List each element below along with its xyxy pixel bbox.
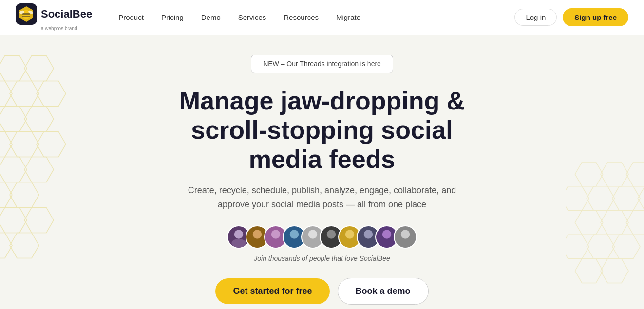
svg-marker-31 [638, 186, 644, 211]
svg-marker-19 [0, 182, 12, 207]
svg-point-53 [342, 239, 357, 248]
svg-marker-39 [601, 259, 628, 283]
svg-marker-18 [24, 157, 54, 182]
svg-point-45 [268, 239, 283, 248]
join-text: Join thousands of people that love Socia… [254, 254, 390, 262]
logo-tagline: a webpros brand [41, 26, 77, 31]
svg-point-50 [327, 230, 336, 238]
svg-marker-10 [10, 81, 39, 106]
svg-point-56 [382, 230, 391, 238]
svg-marker-20 [10, 182, 39, 207]
svg-point-59 [398, 239, 412, 248]
svg-rect-4 [22, 16, 30, 17]
logo-text: SocialBee [41, 9, 92, 19]
svg-point-46 [290, 230, 299, 238]
svg-point-42 [253, 230, 262, 238]
nav-link-product[interactable]: Product [112, 9, 151, 25]
svg-marker-37 [612, 235, 640, 259]
book-demo-button[interactable]: Book a demo [338, 278, 429, 305]
nav-link-migrate[interactable]: Migrate [329, 9, 367, 25]
svg-marker-23 [0, 233, 12, 258]
nav-link-services[interactable]: Services [231, 9, 273, 25]
svg-marker-25 [575, 162, 603, 186]
svg-marker-16 [37, 131, 66, 157]
signup-button[interactable]: Sign up free [563, 8, 628, 26]
svg-point-54 [364, 230, 373, 238]
svg-marker-15 [10, 131, 39, 157]
svg-marker-35 [566, 235, 589, 259]
svg-point-58 [401, 230, 410, 238]
nav-links: Product Pricing Demo Services Resources … [112, 9, 514, 25]
svg-marker-32 [575, 210, 603, 235]
honeycomb-left-decoration [0, 35, 93, 309]
svg-point-47 [287, 239, 301, 248]
svg-marker-28 [566, 186, 589, 211]
svg-point-48 [308, 230, 317, 238]
hero-section: NEW – Our Threads integration is here Ma… [0, 35, 644, 309]
svg-marker-22 [24, 207, 54, 233]
svg-marker-29 [587, 186, 614, 211]
svg-marker-33 [601, 210, 628, 235]
svg-marker-36 [587, 235, 614, 259]
svg-point-52 [345, 230, 354, 238]
svg-point-44 [271, 230, 280, 238]
svg-marker-13 [24, 106, 54, 131]
nav-actions: Log in Sign up free [514, 8, 628, 26]
announcement-badge[interactable]: NEW – Our Threads integration is here [251, 55, 393, 73]
nav-link-pricing[interactable]: Pricing [154, 9, 190, 25]
svg-marker-14 [0, 131, 12, 157]
svg-point-41 [231, 239, 246, 248]
hero-subtitle: Create, recycle, schedule, publish, anal… [176, 183, 468, 212]
svg-marker-38 [575, 259, 603, 283]
svg-point-43 [250, 239, 264, 248]
svg-point-57 [379, 239, 394, 248]
logo-area[interactable]: SocialBee a webpros brand [16, 3, 92, 31]
logo-icon [16, 3, 37, 25]
navbar: SocialBee a webpros brand Product Pricin… [0, 0, 644, 35]
login-button[interactable]: Log in [514, 9, 557, 26]
svg-marker-12 [0, 106, 27, 131]
svg-marker-11 [37, 81, 66, 106]
svg-point-49 [305, 239, 320, 248]
svg-marker-17 [0, 157, 27, 182]
hero-title: Manage jaw-dropping & scroll-stopping so… [152, 87, 492, 174]
svg-marker-21 [0, 207, 27, 233]
svg-marker-8 [24, 55, 54, 81]
avatar [394, 225, 417, 249]
svg-marker-7 [0, 55, 27, 81]
get-started-button[interactable]: Get started for free [215, 278, 329, 304]
svg-point-40 [234, 230, 243, 238]
svg-rect-3 [22, 13, 30, 15]
svg-marker-30 [612, 186, 640, 211]
nav-link-resources[interactable]: Resources [277, 9, 325, 25]
nav-link-demo[interactable]: Demo [194, 9, 227, 25]
svg-point-55 [361, 239, 375, 248]
honeycomb-right-decoration [566, 153, 644, 309]
avatars-row [227, 225, 417, 249]
svg-marker-9 [0, 81, 12, 106]
svg-marker-26 [601, 162, 628, 186]
cta-buttons: Get started for free Book a demo [215, 278, 428, 305]
svg-point-51 [324, 239, 338, 248]
svg-marker-24 [10, 233, 39, 258]
